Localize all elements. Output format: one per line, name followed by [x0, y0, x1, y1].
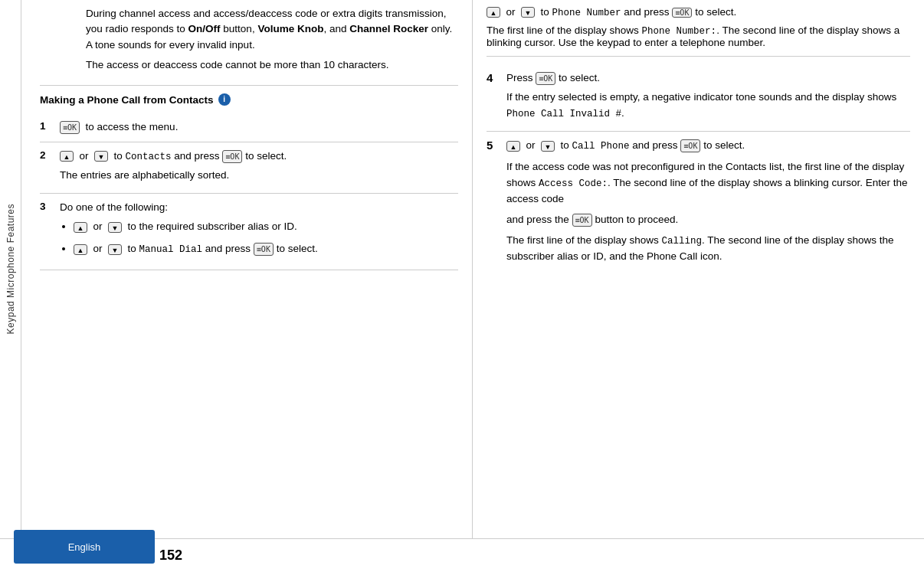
right-step-5-line2: If the access code was not preconfigured… [506, 159, 910, 208]
step-1: 1 ≡OK to access the menu. [40, 113, 458, 142]
up-arrow-icon-5: ▲ [506, 141, 520, 152]
ok-button-icon-4: ≡OK [536, 72, 555, 86]
ok-button-icon-5: ≡OK [680, 139, 700, 153]
right-note-block: ▲ or ▼ to Phone Number and press ≡OK to … [487, 6, 910, 57]
footer-inner: English 152 [14, 547, 910, 564]
right-step-4-content: Press ≡OK to select. If the entry select… [506, 70, 910, 125]
ok-button-icon-rn: ≡OK [672, 8, 692, 18]
ok-button-icon-3b: ≡OK [254, 243, 274, 257]
step-2-number: 2 [40, 149, 54, 187]
sidebar-label: Keypad Microphone Features [5, 204, 16, 334]
down-arrow-icon-2: ▼ [94, 151, 108, 162]
up-arrow-icon-2: ▲ [60, 151, 74, 162]
section-heading: Making a Phone Call from Contacts i [40, 93, 458, 106]
down-arrow-icon-3b: ▼ [108, 244, 122, 255]
content-area: During channel access and access/deacces… [21, 0, 924, 538]
section-title: Making a Phone Call from Contacts [40, 94, 214, 106]
up-arrow-icon-rn: ▲ [487, 7, 500, 18]
right-step-5-line4: The first line of the display shows Call… [506, 233, 910, 265]
page-number: 152 [159, 547, 182, 564]
sub-steps-3: ▲ or ▼ to the required subscriber alias … [60, 219, 458, 257]
sidebar: Keypad Microphone Features [0, 0, 21, 538]
right-column: ▲ or ▼ to Phone Number and press ≡OK to … [473, 0, 924, 538]
note-para1: During channel access and access/deacces… [86, 6, 458, 53]
step-1-content: ≡OK to access the menu. [60, 119, 458, 136]
note-block: During channel access and access/deacces… [40, 6, 458, 86]
step-2-line1: ▲ or ▼ to Contacts and press ≡OK to sele… [60, 149, 458, 165]
step-2-line2: The entries are alphabetically sorted. [60, 168, 458, 184]
language-label: English [68, 541, 101, 553]
right-step-4-line1: Press ≡OK to select. [506, 70, 910, 87]
right-step-5-content: ▲ or ▼ to Call Phone and press ≡OK to se… [506, 138, 910, 268]
step-2: 2 ▲ or ▼ to Contacts and press ≡OK to se… [40, 142, 458, 194]
right-note-para: The first line of the display shows Phon… [487, 25, 910, 48]
right-note-line1: ▲ or ▼ to Phone Number and press ≡OK to … [487, 6, 910, 18]
step-2-content: ▲ or ▼ to Contacts and press ≡OK to sele… [60, 149, 458, 187]
step-3-label: Do one of the following: [60, 200, 458, 216]
sub-step-3b: ▲ or ▼ to Manual Dial and press ≡OK to s… [74, 241, 458, 257]
language-badge: English [14, 530, 155, 564]
ok-button-icon-1: ≡OK [60, 121, 80, 135]
sub-step-3a: ▲ or ▼ to the required subscriber alias … [74, 219, 458, 235]
right-step-5: 5 ▲ or ▼ to Call Phone and press ≡OK to … [487, 132, 910, 274]
steps-list: 1 ≡OK to access the menu. 2 ▲ or ▼ [40, 113, 458, 270]
right-step-5-number: 5 [487, 138, 500, 268]
right-step-4: 4 Press ≡OK to select. If the entry sele… [487, 64, 910, 132]
down-arrow-icon-3a: ▼ [108, 222, 122, 233]
right-step-4-line2: If the entry selected is empty, a negati… [506, 90, 910, 122]
down-arrow-icon-5: ▼ [541, 141, 555, 152]
ok-button-icon-2: ≡OK [222, 150, 242, 164]
right-step-4-number: 4 [487, 70, 500, 125]
footer: English 152 [0, 538, 924, 572]
contacts-icon: i [218, 93, 231, 106]
up-arrow-icon-3a: ▲ [74, 222, 87, 233]
left-column: During channel access and access/deacces… [21, 0, 473, 538]
step-3-number: 3 [40, 200, 54, 263]
step-1-number: 1 [40, 119, 54, 136]
right-step-5-line1: ▲ or ▼ to Call Phone and press ≡OK to se… [506, 138, 910, 154]
step-3: 3 Do one of the following: ▲ or ▼ to the… [40, 194, 458, 270]
up-arrow-icon-3b: ▲ [74, 244, 87, 255]
note-para2: The access or deaccess code cannot be mo… [86, 57, 458, 73]
right-step-5-line3: and press the ≡OK button to proceed. [506, 212, 910, 228]
down-arrow-icon-rn: ▼ [521, 7, 535, 18]
step-3-content: Do one of the following: ▲ or ▼ to the r… [60, 200, 458, 263]
ok-button-icon-5b: ≡OK [572, 214, 592, 227]
